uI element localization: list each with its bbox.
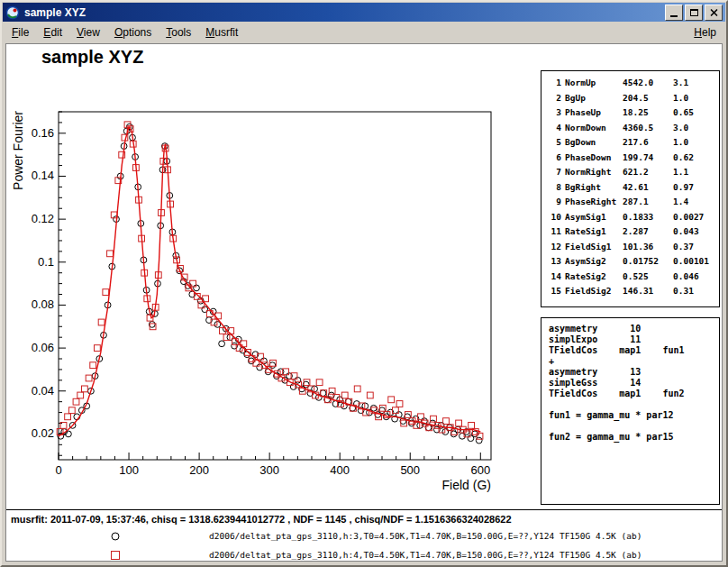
param-error: 0.37 [673, 240, 719, 255]
param-error: 0.97 [673, 180, 719, 196]
param-row: 9PhaseRight287.11.4 [549, 195, 719, 210]
root-canvas: 01002003004005006000.020.040.060.080.10.… [5, 43, 723, 562]
circle-marker-icon [108, 529, 123, 544]
menu-options[interactable]: Options [107, 23, 159, 41]
parameter-box: 1NormUp4542.03.12BgUp204.51.03PhaseUp18.… [541, 70, 720, 307]
param-name: NormDown [565, 121, 619, 136]
menu-tools[interactable]: Tools [159, 23, 198, 41]
param-row: 8BgRight42.610.97 [549, 180, 719, 196]
svg-text:0.1: 0.1 [38, 255, 54, 269]
app-icon [5, 5, 20, 20]
theory-line: TFieldCos map1 fun2 [549, 389, 719, 399]
fit-status-text: musrfit: 2011-07-09, 15:37:46, chisq = 1… [11, 514, 512, 525]
maximize-button[interactable] [685, 5, 703, 21]
menu-file[interactable]: File [5, 23, 36, 41]
param-num: 11 [549, 224, 561, 240]
param-name: RateSig1 [565, 224, 619, 240]
param-error: 0.62 [673, 151, 719, 166]
legend-label: d2006/deltat_pta_gps_3110,h:3,T0=4.50K,T… [209, 531, 642, 541]
param-row: 11RateSig12.2870.043 [549, 224, 719, 240]
param-value: 199.74 [623, 151, 669, 166]
x-axis-title: Field (G) [442, 478, 491, 492]
theory-box: asymmetry 10simplExpo 11TFieldCos map1 f… [541, 317, 720, 505]
param-row: 7NormRight621.21.1 [549, 165, 719, 180]
param-error: 0.31 [673, 284, 719, 299]
param-num: 5 [549, 135, 561, 151]
param-name: AsymSig2 [565, 254, 619, 270]
svg-text:0.02: 0.02 [32, 426, 54, 440]
y-axis-title: Power Fourier [11, 111, 25, 190]
close-icon [710, 9, 718, 16]
param-row: 5BgDown217.61.0 [549, 135, 719, 151]
param-num: 2 [549, 91, 561, 106]
param-error: 3.1 [673, 76, 719, 91]
theory-line: TFieldCos map1 fun1 [549, 345, 719, 356]
app-window: sample XYZ File Edit View Options Tools … [0, 0, 728, 567]
titlebar[interactable]: sample XYZ [3, 3, 725, 22]
param-value: 0.1833 [623, 210, 669, 225]
param-error: 0.65 [673, 105, 719, 121]
param-name: RateSig2 [565, 270, 619, 285]
legend-entry: d2006/deltat_pta_gps_3110,h:4,T0=4.50K,T… [6, 545, 722, 562]
theory-line [549, 399, 719, 410]
square-marker-icon [108, 548, 123, 562]
svg-text:0.12: 0.12 [32, 212, 54, 225]
param-value: 4360.5 [623, 121, 669, 136]
close-button[interactable] [705, 5, 723, 21]
param-value: 621.2 [623, 165, 669, 180]
param-name: AsymSig1 [565, 210, 619, 225]
svg-text:0.14: 0.14 [32, 169, 54, 182]
param-name: PhaseDown [565, 151, 619, 166]
param-error: 0.0027 [673, 210, 719, 225]
svg-text:0: 0 [55, 463, 61, 477]
svg-text:0.04: 0.04 [32, 384, 54, 398]
param-num: 8 [549, 180, 561, 196]
svg-text:0.06: 0.06 [32, 341, 54, 354]
maximize-icon [690, 9, 698, 16]
param-value: 204.5 [623, 91, 669, 106]
param-num: 7 [549, 165, 561, 180]
menu-help[interactable]: Help [687, 23, 723, 41]
param-num: 14 [549, 270, 561, 285]
param-value: 0.525 [623, 270, 669, 285]
param-name: BgUp [565, 91, 619, 106]
param-value: 101.36 [623, 240, 669, 255]
param-value: 4542.0 [623, 76, 669, 91]
param-row: 2BgUp204.51.0 [549, 91, 719, 106]
param-num: 4 [549, 121, 561, 136]
param-row: 1NormUp4542.03.1 [549, 76, 719, 91]
param-value: 0.01752 [623, 254, 669, 270]
param-num: 15 [549, 284, 561, 299]
theory-line: fun1 = gamma_mu * par12 [549, 410, 719, 421]
theory-line: fun2 = gamma_mu * par15 [549, 432, 719, 443]
param-row: 13AsymSig20.017520.00101 [549, 254, 719, 270]
svg-text:0.16: 0.16 [32, 126, 54, 140]
legend-label: d2006/deltat_pta_gps_3110,h:4,T0=4.50K,T… [209, 550, 642, 560]
param-error: 0.046 [673, 270, 719, 285]
param-error: 1.4 [673, 195, 719, 210]
param-error: 0.043 [673, 224, 719, 240]
param-num: 3 [549, 105, 561, 121]
param-name: FieldSig1 [565, 240, 619, 255]
menu-view[interactable]: View [69, 23, 107, 41]
param-row: 12FieldSig1101.360.37 [549, 240, 719, 255]
axis-labels: 01002003004005006000.020.040.060.080.10.… [11, 111, 491, 492]
minimize-icon [670, 15, 678, 17]
menu-edit[interactable]: Edit [36, 23, 69, 41]
theory-line: asymmetry 13 [549, 367, 719, 378]
param-name: BgDown [565, 135, 619, 151]
param-row: 14RateSig20.5250.046 [549, 270, 719, 285]
window-title: sample XYZ [24, 6, 665, 19]
param-row: 4NormDown4360.53.0 [549, 121, 719, 136]
param-value: 2.287 [623, 224, 669, 240]
menu-musrfit[interactable]: Musrfit [198, 23, 245, 41]
param-name: NormRight [565, 165, 619, 180]
param-name: PhaseRight [565, 195, 619, 210]
theory-line: + [549, 356, 719, 367]
minimize-button[interactable] [665, 5, 683, 21]
svg-text:100: 100 [119, 463, 139, 477]
param-row: 3PhaseUp18.250.65 [549, 105, 719, 121]
menubar: File Edit View Options Tools Musrfit Hel… [3, 23, 725, 42]
param-name: NormUp [565, 76, 619, 91]
param-error: 3.0 [673, 121, 719, 136]
